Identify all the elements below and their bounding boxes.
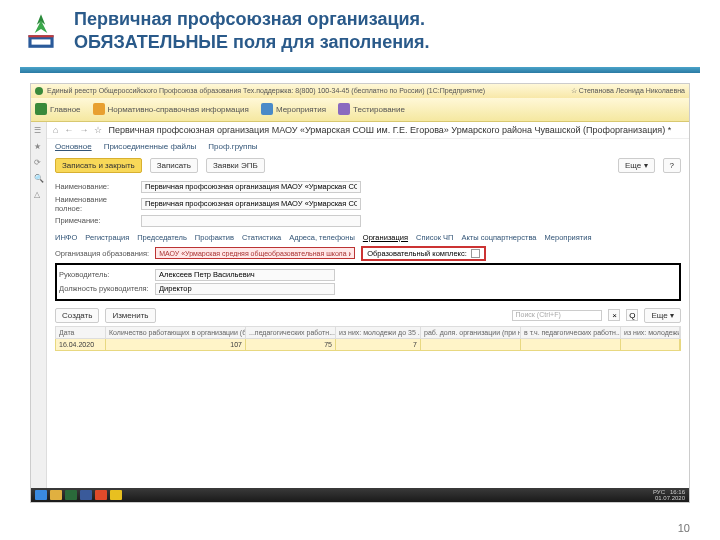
menu-icon[interactable]: ☰	[34, 126, 44, 136]
tab-info[interactable]: ИНФО	[55, 233, 77, 242]
home-icon[interactable]: ⌂	[53, 125, 58, 135]
history-icon[interactable]: ⟳	[34, 158, 44, 168]
sidebar: ☰ ★ ⟳ 🔍 △	[31, 122, 47, 488]
pos-label: Должность руководителя:	[59, 284, 149, 293]
table-header: Дата Количество работающих в организации…	[55, 326, 681, 339]
fullname-label: Наименование полное:	[55, 195, 135, 213]
save-close-button[interactable]: Записать и закрыть	[55, 158, 142, 173]
search-icon[interactable]: 🔍	[34, 174, 44, 184]
windows-taskbar: РУС 16:1601.07.2020	[31, 488, 689, 502]
table-search[interactable]: Поиск (Ctrl+F)	[512, 310, 602, 321]
divider	[20, 67, 700, 73]
main-menu: Главное Нормативно-справочная информация…	[31, 98, 689, 122]
union-logo	[20, 10, 62, 52]
menu-reference[interactable]: Нормативно-справочная информация	[93, 103, 249, 115]
org-label: Организация образования:	[55, 249, 149, 258]
menu-testing[interactable]: Тестирование	[338, 103, 405, 115]
app-icon	[35, 87, 43, 95]
more-button[interactable]: Еще ▾	[618, 158, 655, 173]
calendar-icon	[261, 103, 273, 115]
tab-reg[interactable]: Регистрация	[85, 233, 129, 242]
test-icon	[338, 103, 350, 115]
menu-main[interactable]: Главное	[35, 103, 81, 115]
app-icon-tb[interactable]	[95, 490, 107, 500]
toolbar: Записать и закрыть Записать Заявки ЭПБ Е…	[47, 154, 689, 177]
breadcrumb: ⌂ ← → ☆ Первичная профсоюзная организаци…	[47, 122, 689, 139]
window-titlebar: Единый реестр Общероссийского Профсоюза …	[31, 84, 689, 98]
bell-icon[interactable]: △	[34, 190, 44, 200]
name-field[interactable]	[141, 181, 361, 193]
tab-acts[interactable]: Акты соцпартнерства	[461, 233, 536, 242]
search-clear-icon[interactable]: Q	[626, 309, 638, 321]
tab-addr[interactable]: Адреса, телефоны	[289, 233, 355, 242]
star-icon[interactable]: ★	[34, 142, 44, 152]
org-field[interactable]	[155, 247, 355, 259]
search-exec-icon[interactable]: ×	[608, 309, 620, 321]
fullname-field[interactable]	[141, 198, 361, 210]
tab-chp[interactable]: Список ЧП	[416, 233, 453, 242]
table-more-button[interactable]: Еще ▾	[644, 308, 681, 323]
help-button[interactable]: ?	[663, 158, 681, 173]
tab-chair[interactable]: Председатель	[137, 233, 187, 242]
svg-rect-2	[32, 40, 51, 45]
name-label: Наименование:	[55, 182, 135, 191]
window-title: Единый реестр Общероссийского Профсоюза …	[47, 87, 485, 94]
subtab-groups[interactable]: Проф.группы	[208, 142, 257, 151]
tab-activ[interactable]: Профактив	[195, 233, 234, 242]
edu-complex-checkbox[interactable]	[471, 249, 480, 258]
forward-icon[interactable]: →	[79, 125, 88, 135]
tab-events[interactable]: Мероприятия	[544, 233, 591, 242]
page-title: Первичная профсоюзная организация МАОУ «…	[108, 125, 671, 135]
page-number: 10	[678, 522, 690, 534]
detail-tabs: ИНФО Регистрация Председатель Профактив …	[47, 231, 689, 244]
edu-complex-label: Образовательный комплекс:	[367, 249, 467, 258]
menu-events[interactable]: Мероприятия	[261, 103, 326, 115]
head-label: Руководитель:	[59, 270, 149, 279]
svg-rect-1	[28, 36, 53, 38]
save-button[interactable]: Записать	[150, 158, 198, 173]
fav-icon[interactable]: ☆	[94, 125, 102, 135]
explorer-icon[interactable]	[50, 490, 62, 500]
stats-table: Дата Количество работающих в организации…	[55, 326, 681, 351]
back-icon[interactable]: ←	[64, 125, 73, 135]
chrome-icon[interactable]	[110, 490, 122, 500]
edu-complex-box: Образовательный комплекс:	[361, 246, 486, 261]
app-window: Единый реестр Общероссийского Профсоюза …	[30, 83, 690, 503]
create-button[interactable]: Создать	[55, 308, 99, 323]
leader-box: Руководитель: Должность руководителя:	[55, 263, 681, 301]
note-field[interactable]	[141, 215, 361, 227]
slide-title: Первичная профсоюзная организация.ОБЯЗАТ…	[74, 8, 700, 55]
tab-stat[interactable]: Статистика	[242, 233, 281, 242]
excel-icon[interactable]	[65, 490, 77, 500]
zpv-button[interactable]: Заявки ЭПБ	[206, 158, 265, 173]
note-label: Примечание:	[55, 216, 135, 225]
subtab-main[interactable]: Основное	[55, 142, 92, 151]
folder-icon	[93, 103, 105, 115]
leaf-icon	[35, 103, 47, 115]
word-icon[interactable]	[80, 490, 92, 500]
start-button[interactable]	[35, 490, 47, 500]
subtab-files[interactable]: Присоединенные файлы	[104, 142, 197, 151]
clock: РУС 16:1601.07.2020	[653, 489, 685, 501]
user-name: ☆ Степанова Леонида Николаевна	[571, 87, 685, 95]
subtabs: Основное Присоединенные файлы Проф.групп…	[47, 139, 689, 154]
edit-button[interactable]: Изменить	[105, 308, 155, 323]
table-row[interactable]: 16.04.2020 107 75 7	[55, 339, 681, 351]
pos-field[interactable]	[155, 283, 335, 295]
tab-org[interactable]: Организация	[363, 233, 408, 242]
head-field[interactable]	[155, 269, 335, 281]
